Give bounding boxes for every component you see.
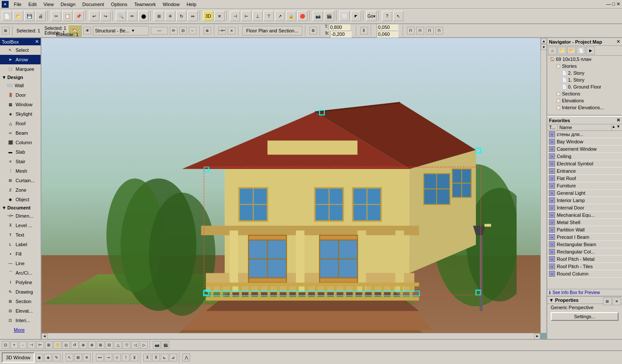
tool-fill[interactable]: ▪ Fill (0, 249, 41, 259)
save-btn[interactable]: 💾 (24, 11, 35, 21)
nav-doc-btn[interactable]: 📄 (577, 47, 585, 54)
tool-curtain[interactable]: ⊞ Curtain... (0, 176, 41, 185)
bt-nav2[interactable]: ↺ (71, 341, 79, 349)
fav-item-16[interactable]: ▪ Rectangular Col... (547, 248, 622, 256)
tool-more[interactable]: More (0, 325, 41, 335)
tool-level[interactable]: ⊼ Level ... (0, 221, 41, 230)
settings-btn2[interactable]: ⚙ (309, 27, 317, 35)
tool-dimen[interactable]: ⊣⊢ Dimen... (0, 211, 41, 221)
fav-item-4[interactable]: ▪ Electrical Symbol (547, 160, 622, 168)
floor-plan-btn[interactable]: Floor Plan and Section... (242, 26, 302, 35)
bt-zoom-all[interactable]: ⊞ (45, 341, 53, 349)
bt-pan[interactable]: ✋ (54, 341, 61, 349)
corner3-btn[interactable]: ⊓ (426, 27, 434, 35)
bt-view3[interactable]: ✕ (83, 354, 91, 361)
scroll-right-btn[interactable]: ► (534, 333, 540, 339)
tool-slab[interactable]: ▬ Slab (0, 147, 41, 157)
fav-item-14[interactable]: ▪ Precast I Beam (547, 234, 622, 241)
tool-line[interactable]: — Line (0, 259, 41, 268)
bt-layer2[interactable]: ⊽ (152, 354, 160, 361)
menu-file[interactable]: File (10, 1, 25, 8)
bt-snap1[interactable]: ⊷ (96, 354, 104, 361)
menu-edit[interactable]: Edit (25, 1, 40, 8)
bt-nav5[interactable]: ⊞ (97, 341, 105, 349)
camera-btn[interactable]: 📷 (313, 11, 323, 21)
bt-nav6[interactable]: ⊟ (105, 341, 113, 349)
fav-item-13[interactable]: ▪ Partition Wall (547, 226, 622, 234)
tool-door[interactable]: 🚪 Door (0, 90, 41, 100)
fav-item-10[interactable]: ▪ Internal Door (547, 204, 622, 212)
tool-elevation[interactable]: ⊟ Elevat... (0, 306, 41, 316)
settings-btn[interactable]: Settings... (551, 312, 619, 321)
menu-design[interactable]: Design (57, 1, 79, 8)
navigate6[interactable]: 🔒 (286, 11, 296, 21)
fav-sort-down[interactable]: ▼ (616, 124, 620, 130)
help-btn[interactable]: ? (382, 11, 392, 21)
bt-nav3[interactable]: ⊕ (79, 341, 87, 349)
3d-window-btn[interactable]: 3D Window (2, 352, 35, 363)
design-section[interactable]: ▼ Design (0, 74, 41, 81)
toolbox-toggle[interactable]: ⊞ (2, 27, 10, 35)
view-dropdown[interactable]: Structural - Be... ▼ (93, 26, 149, 35)
undo-btn[interactable]: ↩ (89, 11, 99, 21)
bt-view1[interactable]: ↖ (66, 354, 73, 361)
open-btn[interactable]: 📂 (13, 11, 23, 21)
tool-arc[interactable]: ⌒ Arc/Ci... (0, 268, 41, 278)
split-btn[interactable]: ⊟ (179, 27, 187, 35)
node-btn[interactable]: ⬤ (138, 11, 149, 21)
move-btn[interactable]: ✛ (165, 11, 175, 21)
viewport-scrollbar-v[interactable]: ▲ ▼ (540, 38, 546, 333)
navigate7[interactable]: 🔴 (297, 11, 308, 21)
fav-item-3[interactable]: ▪ Ceiling (547, 153, 622, 160)
menu-document[interactable]: Document (79, 1, 108, 8)
pencil-btn[interactable]: ✏ (127, 11, 137, 21)
prop-collapse[interactable]: ▼ (549, 298, 554, 303)
fav-item-7[interactable]: ▪ Furniture (547, 182, 622, 190)
bt-render1[interactable]: ◉ (35, 354, 43, 361)
fav-item-19[interactable]: ▪ Round Column (547, 270, 622, 278)
b-input[interactable] (330, 31, 352, 38)
tool-text[interactable]: T Text (0, 230, 41, 240)
eye-btn[interactable]: 👁 (83, 27, 91, 35)
nav-home-btn[interactable]: ⌂ (548, 47, 557, 54)
bt-layer4[interactable]: ⊿ (169, 354, 177, 361)
tool-polyline[interactable]: ⌇ Polyline (0, 278, 41, 287)
fav-item-15[interactable]: ▪ Rectangular Beam (547, 241, 622, 248)
tool-beam[interactable]: ═ Beam (0, 128, 41, 138)
t-input[interactable] (329, 24, 350, 31)
tool-mesh[interactable]: ⋮ Mesh (0, 166, 41, 176)
tool-interior[interactable]: ⊡ Interi... (0, 316, 41, 325)
bt-snap5[interactable]: ⊻ (130, 354, 138, 361)
tool-wall[interactable]: Wall (0, 81, 41, 90)
fav-item-9[interactable]: ▪ Interior Lamp (547, 197, 622, 204)
bt-snap4[interactable]: ⊺ (122, 354, 130, 361)
angle-btn[interactable]: ⟳ (170, 27, 178, 35)
cursor-btn[interactable]: ↖ (393, 11, 403, 21)
favorites-close[interactable]: ✕ (616, 117, 620, 123)
bt-nav7[interactable]: △ (114, 341, 122, 349)
bt-nav9[interactable]: ◁ (131, 341, 139, 349)
tool-drawing[interactable]: ✎ Drawing (0, 287, 41, 297)
coord2-input[interactable] (377, 31, 398, 38)
toolbox-close[interactable]: ✕ (35, 39, 39, 44)
menu-window[interactable]: Window (159, 1, 183, 8)
search-btn[interactable]: 🔍 (116, 11, 126, 21)
bt-cam2[interactable]: 🎬 (162, 341, 169, 349)
navigate2[interactable]: ⊢ (241, 11, 251, 21)
tree-interior[interactable]: 📋 Interior Elevations... (547, 104, 622, 111)
level-btn[interactable]: ⊼ (360, 27, 368, 35)
param-btn[interactable]: ≡ (228, 27, 235, 35)
bt-snap2[interactable]: ⊸ (105, 354, 112, 361)
bt-render3[interactable]: ✎ (53, 354, 60, 361)
paste-btn[interactable]: 📌 (73, 11, 84, 21)
bt-zoom-fit[interactable]: ⊡ (2, 341, 10, 349)
scroll-up-btn[interactable]: ▲ (541, 38, 546, 44)
corner2-btn[interactable]: ⊓ (416, 27, 424, 35)
menu-help[interactable]: Help (183, 1, 200, 8)
tool-arrow[interactable]: ➤ Arrow (0, 55, 41, 64)
see-info-box[interactable]: ℹ See Info Box for Preview (547, 289, 622, 296)
bt-nav8[interactable]: ▽ (123, 341, 130, 349)
tree-elevations[interactable]: 📋 Elevations (547, 97, 622, 104)
nav-folder1-btn[interactable]: 📁 (558, 47, 566, 54)
tool-section[interactable]: ⊞ Section (0, 297, 41, 306)
